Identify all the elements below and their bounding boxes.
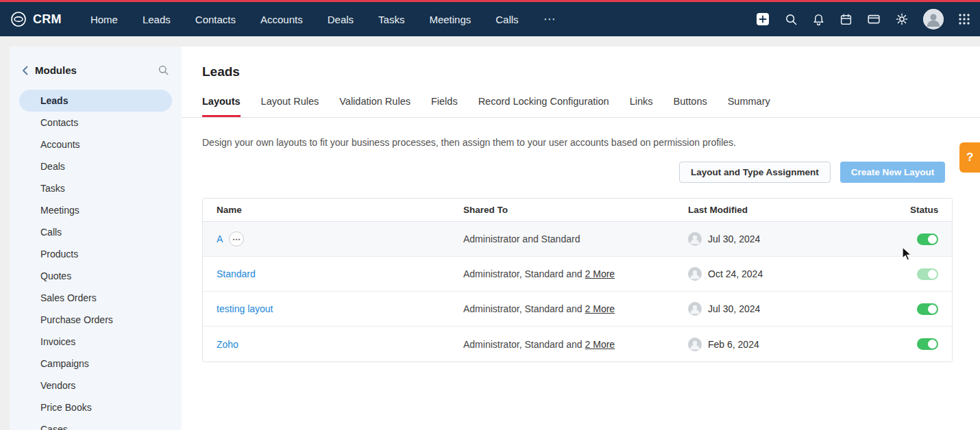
sidebar-item-invoices[interactable]: Invoices — [19, 331, 172, 353]
last-modified-cell: Oct 24, 2024 — [688, 267, 910, 281]
shared-more-link[interactable]: 2 More — [585, 268, 615, 279]
tabs: LayoutsLayout RulesValidation RulesField… — [182, 96, 980, 118]
sidebar-title: Modules — [35, 64, 77, 76]
modified-by-avatar — [688, 232, 702, 246]
topbar-nav-contacts[interactable]: Contacts — [195, 14, 236, 25]
sidebar-search-icon[interactable] — [158, 64, 169, 76]
modified-date: Jul 30, 2024 — [708, 303, 760, 314]
topbar: CRM HomeLeadsContactsAccountsDealsTasksM… — [0, 2, 980, 36]
payments-card-icon[interactable] — [867, 12, 881, 26]
sidebar-item-contacts[interactable]: Contacts — [19, 112, 172, 134]
sidebar-item-quotes[interactable]: Quotes — [19, 265, 172, 287]
action-buttons: Layout and Type Assignment Create New La… — [202, 162, 980, 183]
modified-date: Oct 24, 2024 — [708, 268, 763, 279]
calendar-icon[interactable] — [840, 13, 853, 26]
status-toggle[interactable] — [917, 303, 938, 315]
layout-name-link[interactable]: Standard — [217, 268, 256, 279]
table-row[interactable]: StandardAdministrator, Standard and2 Mor… — [203, 257, 952, 292]
modified-by-avatar — [688, 267, 702, 281]
status-toggle[interactable] — [917, 338, 938, 350]
main-panel: Leads LayoutsLayout RulesValidation Rule… — [182, 47, 980, 430]
sidebar-item-purchase-orders[interactable]: Purchase Orders — [19, 309, 172, 331]
brand-name: CRM — [33, 12, 62, 27]
shared-to-text: Administrator, Standard and — [463, 303, 583, 314]
sidebar-item-tasks[interactable]: Tasks — [19, 177, 172, 199]
tab-summary[interactable]: Summary — [728, 96, 770, 117]
sidebar-item-cases[interactable]: Cases — [19, 418, 172, 430]
topbar-nav-tasks[interactable]: Tasks — [378, 14, 404, 25]
help-button[interactable]: ? — [959, 142, 980, 173]
col-header-status: Status — [910, 205, 938, 215]
topbar-nav-home[interactable]: Home — [90, 14, 118, 25]
layouts-table: Name Shared To Last Modified Status A●●●… — [202, 198, 953, 362]
notifications-bell-icon[interactable] — [812, 13, 825, 26]
layout-name-link[interactable]: testing layout — [217, 303, 273, 314]
shared-to-text: Administrator and Standard — [463, 233, 580, 244]
sidebar-item-meetings[interactable]: Meetings — [19, 199, 172, 221]
layout-name-link[interactable]: Zoho — [217, 339, 238, 350]
topbar-nav: HomeLeadsContactsAccountsDealsTasksMeeti… — [90, 12, 557, 27]
last-modified-cell: Feb 6, 2024 — [688, 338, 910, 351]
col-header-last-modified: Last Modified — [688, 205, 910, 215]
topbar-nav-calls[interactable]: Calls — [495, 14, 518, 25]
user-avatar[interactable] — [923, 9, 944, 29]
topbar-nav-accounts[interactable]: Accounts — [260, 14, 303, 25]
table-header: Name Shared To Last Modified Status — [203, 199, 952, 222]
topbar-nav-leads[interactable]: Leads — [143, 14, 171, 25]
tab-layouts[interactable]: Layouts — [202, 96, 241, 117]
layout-type-assignment-button[interactable]: Layout and Type Assignment — [679, 162, 831, 183]
sidebar: Modules LeadsContactsAccountsDealsTasksM… — [10, 47, 182, 430]
status-toggle[interactable] — [917, 268, 938, 280]
page-title: Leads — [202, 64, 980, 79]
shared-more-link[interactable]: 2 More — [585, 303, 615, 314]
sidebar-item-price-books[interactable]: Price Books — [19, 396, 172, 418]
create-new-layout-button[interactable]: Create New Layout — [840, 162, 946, 183]
shared-to-cell: Administrator, Standard and2 More — [463, 339, 688, 350]
sidebar-item-calls[interactable]: Calls — [19, 221, 172, 243]
table-body: A●●●Administrator and StandardJul 30, 20… — [203, 222, 952, 362]
sidebar-item-products[interactable]: Products — [19, 243, 172, 265]
shared-to-text: Administrator, Standard and — [463, 339, 583, 350]
layout-name-link[interactable]: A — [217, 233, 223, 244]
tab-validation-rules[interactable]: Validation Rules — [339, 96, 411, 117]
topbar-nav-more[interactable]: ⋯ — [543, 12, 557, 27]
shared-to-text: Administrator, Standard and — [463, 268, 583, 279]
apps-grid-icon[interactable] — [958, 13, 970, 25]
sidebar-item-campaigns[interactable]: Campaigns — [19, 353, 172, 375]
settings-gear-icon[interactable] — [895, 12, 909, 26]
sidebar-item-sales-orders[interactable]: Sales Orders — [19, 287, 172, 309]
modified-date: Jul 30, 2024 — [708, 233, 760, 244]
row-more-button[interactable]: ●●● — [229, 231, 244, 246]
table-row[interactable]: A●●●Administrator and StandardJul 30, 20… — [203, 222, 952, 257]
status-toggle[interactable] — [917, 233, 938, 245]
sidebar-header: Modules — [10, 47, 182, 90]
tab-buttons[interactable]: Buttons — [674, 96, 707, 117]
topbar-icons — [755, 9, 970, 29]
sidebar-item-leads[interactable]: Leads — [19, 90, 172, 112]
add-icon[interactable] — [755, 12, 770, 27]
tab-record-locking-configuration[interactable]: Record Locking Configuration — [478, 96, 609, 117]
topbar-nav-deals[interactable]: Deals — [328, 14, 354, 25]
topbar-nav-meetings[interactable]: Meetings — [429, 14, 471, 25]
last-modified-cell: Jul 30, 2024 — [688, 232, 910, 246]
tab-layout-rules[interactable]: Layout Rules — [261, 96, 319, 117]
description-text: Design your own layouts to fit your busi… — [202, 137, 980, 148]
shared-to-cell: Administrator and Standard — [463, 233, 688, 244]
tab-fields[interactable]: Fields — [431, 96, 458, 117]
sidebar-list: LeadsContactsAccountsDealsTasksMeetingsC… — [10, 90, 182, 430]
tab-links[interactable]: Links — [630, 96, 653, 117]
table-row[interactable]: testing layoutAdministrator, Standard an… — [203, 292, 952, 327]
sidebar-item-accounts[interactable]: Accounts — [19, 134, 172, 155]
page-body: Modules LeadsContactsAccountsDealsTasksM… — [10, 47, 980, 430]
search-icon[interactable] — [785, 13, 798, 26]
shared-more-link[interactable]: 2 More — [585, 339, 615, 350]
modified-by-avatar — [688, 302, 702, 316]
last-modified-cell: Jul 30, 2024 — [688, 302, 910, 316]
sidebar-item-vendors[interactable]: Vendors — [19, 375, 172, 396]
brand[interactable]: CRM — [10, 10, 62, 28]
zoho-logo-icon — [10, 10, 27, 28]
table-row[interactable]: ZohoAdministrator, Standard and2 MoreFeb… — [203, 327, 952, 362]
back-chevron-icon[interactable] — [22, 66, 28, 75]
sidebar-item-deals[interactable]: Deals — [19, 155, 172, 177]
shared-to-cell: Administrator, Standard and2 More — [463, 303, 688, 314]
